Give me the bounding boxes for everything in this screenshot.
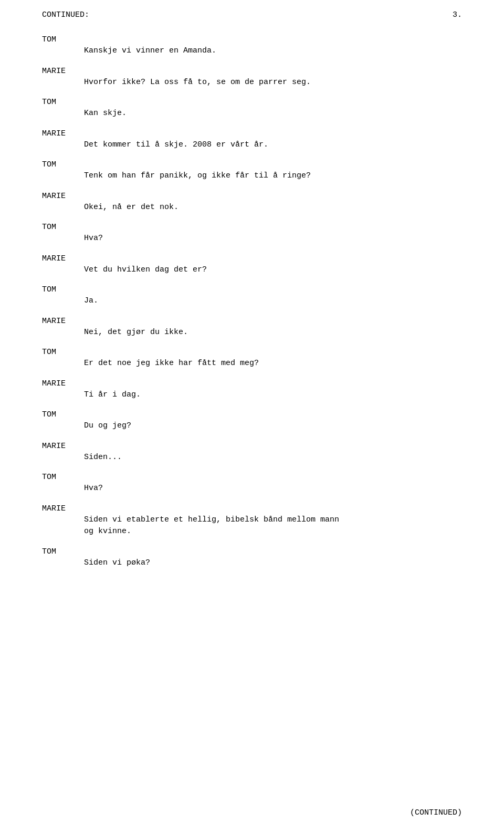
dialogue-line: Siden vi etablerte et hellig, bibelsk bå… [84, 514, 462, 538]
character-name: MARIE [42, 379, 462, 388]
dialogue-line: Nei, det gjør du ikke. [84, 327, 462, 339]
dialogue-block: TOMKan skje. [42, 98, 462, 120]
dialogue-block: TOMHva? [42, 473, 462, 495]
dialogue-line: Hva? [84, 483, 462, 495]
dialogue-line: Siden... [84, 452, 462, 464]
dialogue-line: Tenk om han får panikk, og ikke får til … [84, 170, 462, 182]
character-name: TOM [42, 35, 462, 44]
dialogue-block: MARIEVet du hvilken dag det er? [42, 254, 462, 276]
dialogue-line: Hvorfor ikke? La oss få to, se om de par… [84, 77, 462, 89]
character-name: MARIE [42, 317, 462, 326]
character-name: MARIE [42, 129, 462, 138]
dialogue-line: Hva? [84, 233, 462, 245]
character-name: TOM [42, 547, 462, 556]
character-name: MARIE [42, 442, 462, 451]
dialogue-line: Er det noe jeg ikke har fått med meg? [84, 358, 462, 370]
dialogue-block: MARIEDet kommer til å skje. 2008 er vårt… [42, 129, 462, 151]
dialogue-line: Du og jeg? [84, 420, 462, 432]
character-name: TOM [42, 473, 462, 482]
dialogue-block: TOMKanskje vi vinner en Amanda. [42, 35, 462, 57]
character-name: MARIE [42, 192, 462, 201]
dialogue-block: TOMJa. [42, 285, 462, 307]
page-header: CONTINUED: 3. [42, 11, 462, 19]
character-name: MARIE [42, 67, 462, 76]
character-name: TOM [42, 348, 462, 357]
page-footer: (CONTINUED) [410, 808, 462, 817]
character-name: MARIE [42, 254, 462, 263]
character-name: TOM [42, 223, 462, 232]
dialogue-container: TOMKanskje vi vinner en Amanda.MARIEHvor… [42, 35, 462, 569]
dialogue-line: Siden vi pøka? [84, 557, 462, 569]
dialogue-line: Det kommer til å skje. 2008 er vårt år. [84, 139, 462, 151]
dialogue-line: Vet du hvilken dag det er? [84, 264, 462, 276]
continued-label: CONTINUED: [42, 11, 89, 19]
dialogue-block: MARIESiden... [42, 442, 462, 464]
character-name: MARIE [42, 504, 462, 513]
dialogue-block: TOMEr det noe jeg ikke har fått med meg? [42, 348, 462, 370]
character-name: TOM [42, 160, 462, 169]
dialogue-block: TOMSiden vi pøka? [42, 547, 462, 569]
dialogue-line: Ja. [84, 295, 462, 307]
dialogue-block: MARIENei, det gjør du ikke. [42, 317, 462, 339]
dialogue-block: MARIEHvorfor ikke? La oss få to, se om d… [42, 67, 462, 89]
dialogue-block: TOMTenk om han får panikk, og ikke får t… [42, 160, 462, 182]
dialogue-block: TOMDu og jeg? [42, 410, 462, 432]
character-name: TOM [42, 98, 462, 107]
character-name: TOM [42, 285, 462, 294]
footer-continued-label: (CONTINUED) [410, 808, 462, 817]
dialogue-line: Kanskje vi vinner en Amanda. [84, 45, 462, 57]
dialogue-block: TOMHva? [42, 223, 462, 245]
screenplay-page: CONTINUED: 3. TOMKanskje vi vinner en Am… [0, 0, 504, 833]
dialogue-line: Ti år i dag. [84, 389, 462, 401]
dialogue-line: Kan skje. [84, 108, 462, 120]
page-number: 3. [453, 11, 462, 19]
character-name: TOM [42, 410, 462, 419]
dialogue-block: MARIESiden vi etablerte et hellig, bibel… [42, 504, 462, 538]
dialogue-block: MARIEOkei, nå er det nok. [42, 192, 462, 214]
dialogue-line: Okei, nå er det nok. [84, 202, 462, 214]
dialogue-block: MARIETi år i dag. [42, 379, 462, 401]
